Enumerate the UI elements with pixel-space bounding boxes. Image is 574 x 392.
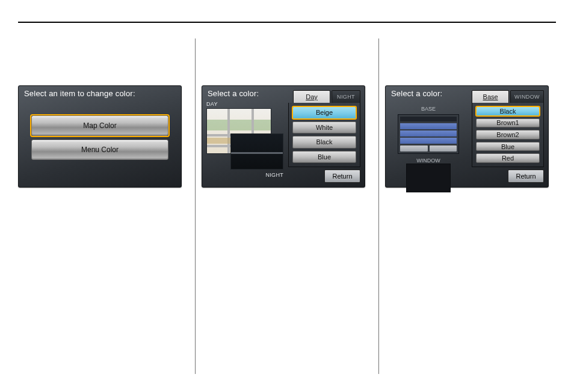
- menu-preview-header-icon: [400, 117, 457, 121]
- tab-label: NIGHT: [337, 94, 355, 100]
- screen-2-map-previews: DAY NIGHT: [206, 103, 286, 182]
- preview-menu-window: [406, 164, 451, 192]
- option-white[interactable]: White: [292, 121, 356, 134]
- screen-2-tabs: Day NIGHT: [293, 90, 360, 103]
- option-black[interactable]: Black: [476, 106, 540, 116]
- menu-preview-row-icon: [400, 130, 457, 136]
- option-black[interactable]: Black: [292, 136, 356, 149]
- item-label: Menu Color: [81, 145, 119, 154]
- tab-night[interactable]: NIGHT: [332, 90, 360, 103]
- option-blue[interactable]: Blue: [292, 151, 356, 164]
- map-road-icon: [227, 109, 230, 153]
- tab-label: Day: [306, 93, 318, 100]
- option-label: Black: [500, 108, 516, 115]
- screen-3-menu-previews: BASE WINDOW: [390, 106, 467, 182]
- tab-base[interactable]: Base: [472, 90, 509, 103]
- top-horizontal-rule: [18, 22, 556, 23]
- menu-preview-row-icon: [400, 138, 457, 144]
- return-button[interactable]: Return: [324, 170, 360, 183]
- column-2: Select a color: Day NIGHT Beige White: [202, 38, 372, 374]
- column-1: Select an item to change color: Map Colo…: [18, 38, 189, 374]
- screen-3-return-area: Return: [508, 170, 544, 183]
- screen-1: Select an item to change color: Map Colo…: [18, 85, 182, 188]
- option-label: Beige: [316, 109, 333, 116]
- column-divider-1: [195, 38, 196, 374]
- menu-preview-footer-icon: [400, 145, 457, 152]
- option-blue[interactable]: Blue: [476, 142, 540, 152]
- preview-menu-base: [398, 114, 459, 154]
- preview-label-window: WINDOW: [390, 158, 467, 164]
- item-label: Map Color: [83, 121, 116, 130]
- tab-day[interactable]: Day: [293, 90, 330, 103]
- option-label: Brown1: [496, 119, 519, 126]
- three-column-layout: Select an item to change color: Map Colo…: [18, 38, 556, 374]
- option-red[interactable]: Red: [476, 153, 540, 163]
- option-label: Red: [502, 155, 514, 162]
- column-divider-2: [378, 38, 379, 374]
- tab-label: WINDOW: [514, 94, 540, 100]
- column-3: Select a color: Base WINDOW Black Brown1: [385, 38, 556, 374]
- option-brown2[interactable]: Brown2: [476, 130, 540, 139]
- option-brown1[interactable]: Brown1: [476, 118, 540, 128]
- option-label: Blue: [318, 153, 331, 161]
- preview-label-day: DAY: [206, 101, 218, 107]
- option-label: Black: [316, 138, 333, 145]
- return-label: Return: [332, 173, 352, 180]
- option-label: White: [316, 124, 333, 131]
- return-button[interactable]: Return: [508, 170, 544, 183]
- option-label: Brown2: [496, 131, 519, 138]
- option-beige[interactable]: Beige: [292, 106, 356, 119]
- screen-1-item-list: Map Color Menu Color: [31, 115, 168, 160]
- option-label: Blue: [501, 143, 514, 150]
- screen-3-option-panel: Black Brown1 Brown2 Blue Red: [472, 103, 544, 167]
- screen-1-title: Select an item to change color:: [24, 89, 176, 98]
- item-menu-color[interactable]: Menu Color: [31, 139, 168, 160]
- preview-map-night: [230, 133, 283, 170]
- screen-2-option-panel: Beige White Black Blue: [288, 103, 360, 167]
- screen-2-return-area: Return: [324, 170, 360, 183]
- return-label: Return: [516, 173, 535, 180]
- page-root: Select an item to change color: Map Colo…: [0, 0, 574, 392]
- screen-3: Select a color: Base WINDOW Black Brown1: [385, 85, 549, 188]
- menu-preview-row-icon: [400, 123, 457, 129]
- item-map-color[interactable]: Map Color: [31, 115, 168, 136]
- screen-3-tabs: Base WINDOW: [472, 90, 544, 103]
- tab-label: Base: [483, 93, 498, 100]
- tab-window[interactable]: WINDOW: [510, 90, 544, 103]
- preview-label-base: BASE: [390, 106, 467, 112]
- preview-label-night: NIGHT: [266, 172, 284, 178]
- screen-2: Select a color: Day NIGHT Beige White: [202, 85, 365, 188]
